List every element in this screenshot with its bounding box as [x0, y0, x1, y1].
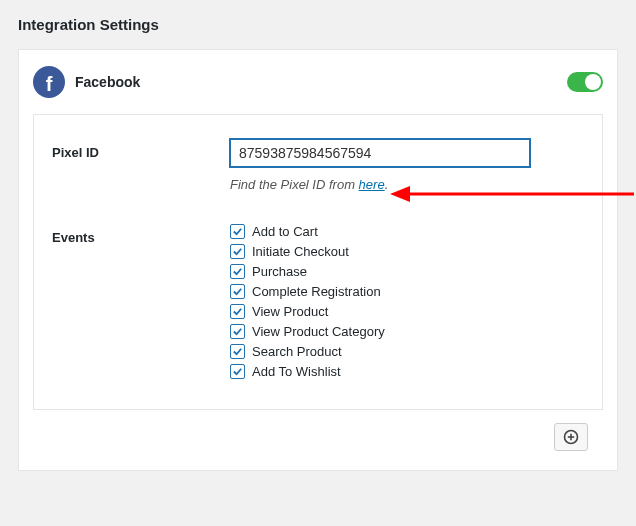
pixel-id-field: Find the Pixel ID from here. — [230, 139, 584, 218]
plus-circle-icon — [563, 429, 579, 445]
events-row: Events Add to CartInitiate CheckoutPurch… — [52, 224, 584, 379]
check-icon — [232, 346, 243, 357]
help-link[interactable]: here — [359, 177, 385, 192]
facebook-icon: f — [33, 66, 65, 98]
pixel-id-input[interactable] — [230, 139, 530, 167]
check-icon — [232, 266, 243, 277]
toggle-knob — [585, 74, 601, 90]
settings-box: Pixel ID Find the Pixel ID from here. Ev… — [33, 114, 603, 410]
pixel-id-help: Find the Pixel ID from here. — [230, 177, 584, 192]
event-checkbox[interactable] — [230, 344, 245, 359]
events-label: Events — [52, 224, 230, 245]
add-button-wrap — [554, 423, 588, 451]
event-item: Complete Registration — [230, 284, 584, 299]
event-label: Search Product — [252, 344, 342, 359]
provider-name: Facebook — [75, 74, 140, 90]
panel-header: f Facebook — [33, 62, 603, 114]
event-checkbox[interactable] — [230, 324, 245, 339]
event-checkbox[interactable] — [230, 364, 245, 379]
check-icon — [232, 306, 243, 317]
event-item: Add To Wishlist — [230, 364, 584, 379]
event-item: View Product Category — [230, 324, 584, 339]
event-item: View Product — [230, 304, 584, 319]
event-checkbox[interactable] — [230, 224, 245, 239]
event-checkbox[interactable] — [230, 284, 245, 299]
event-label: Initiate Checkout — [252, 244, 349, 259]
event-label: Add To Wishlist — [252, 364, 341, 379]
event-checkbox[interactable] — [230, 264, 245, 279]
panel-header-left: f Facebook — [33, 66, 140, 98]
event-label: Complete Registration — [252, 284, 381, 299]
event-item: Purchase — [230, 264, 584, 279]
event-item: Initiate Checkout — [230, 244, 584, 259]
check-icon — [232, 366, 243, 377]
events-field: Add to CartInitiate CheckoutPurchaseComp… — [230, 224, 584, 379]
help-prefix: Find the Pixel ID from — [230, 177, 359, 192]
events-list: Add to CartInitiate CheckoutPurchaseComp… — [230, 224, 584, 379]
check-icon — [232, 226, 243, 237]
enable-toggle[interactable] — [567, 72, 603, 92]
integration-panel: f Facebook Pixel ID Find the Pixel ID fr… — [18, 49, 618, 471]
event-item: Add to Cart — [230, 224, 584, 239]
help-suffix: . — [385, 177, 389, 192]
check-icon — [232, 246, 243, 257]
event-label: Add to Cart — [252, 224, 318, 239]
add-button[interactable] — [554, 423, 588, 451]
event-item: Search Product — [230, 344, 584, 359]
event-checkbox[interactable] — [230, 244, 245, 259]
pixel-id-label: Pixel ID — [52, 139, 230, 160]
event-label: View Product — [252, 304, 328, 319]
event-label: View Product Category — [252, 324, 385, 339]
check-icon — [232, 286, 243, 297]
pixel-id-row: Pixel ID Find the Pixel ID from here. — [52, 139, 584, 218]
page-title: Integration Settings — [18, 16, 618, 33]
event-label: Purchase — [252, 264, 307, 279]
event-checkbox[interactable] — [230, 304, 245, 319]
check-icon — [232, 326, 243, 337]
